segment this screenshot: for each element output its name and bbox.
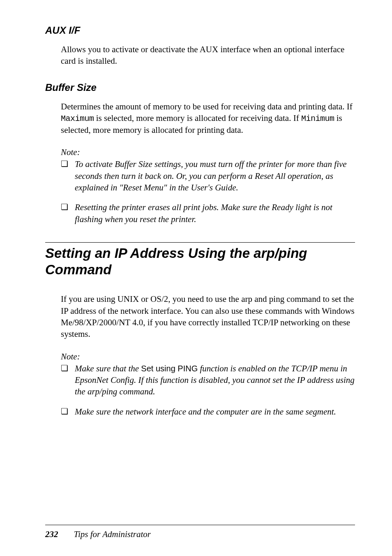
bullet-icon: ❏ xyxy=(61,406,68,417)
arp-note-1: Make sure that the Set using PING functi… xyxy=(75,363,355,398)
bullet-icon: ❏ xyxy=(61,202,68,225)
arp-ping-body: If you are using UNIX or OS/2, you need … xyxy=(61,293,355,340)
section-divider xyxy=(45,242,355,243)
arp-note-label: Note: xyxy=(61,352,355,362)
arp-note-1-sans: Set using PING xyxy=(141,364,198,373)
arp-note-item-2: ❏ Make sure the network interface and th… xyxy=(61,406,355,417)
buffer-note-1: To activate Buffer Size settings, you mu… xyxy=(75,158,355,193)
buffer-note-label: Note: xyxy=(61,147,355,158)
footer-title: Tips for Administrator xyxy=(74,529,151,540)
bullet-icon: ❏ xyxy=(61,158,68,193)
arp-note-1-pre: Make sure that the xyxy=(75,364,141,373)
buffer-body: Determines the amount of memory to be us… xyxy=(61,101,355,136)
buffer-heading: Buffer Size xyxy=(45,82,355,93)
aux-heading: AUX I/F xyxy=(45,25,355,36)
buffer-mono2: Minimum xyxy=(301,114,334,123)
arp-note-2: Make sure the network interface and the … xyxy=(75,406,336,417)
arp-note-item-1: ❏ Make sure that the Set using PING func… xyxy=(61,363,355,398)
buffer-note-2: Resetting the printer erases all print j… xyxy=(75,202,355,225)
buffer-body-mid1: is selected, more memory is allocated fo… xyxy=(94,113,301,123)
buffer-note-item-1: ❏ To activate Buffer Size settings, you … xyxy=(61,158,355,193)
bullet-icon: ❏ xyxy=(61,363,68,398)
buffer-note-item-2: ❏ Resetting the printer erases all print… xyxy=(61,202,355,225)
buffer-body-pre1: Determines the amount of memory to be us… xyxy=(61,102,353,111)
aux-body: Allows you to activate or deactivate the… xyxy=(61,44,355,67)
page-footer: 232 Tips for Administrator xyxy=(45,525,355,540)
arp-ping-heading: Setting an IP Address Using the arp/ping… xyxy=(45,245,355,278)
buffer-mono1: Maximum xyxy=(61,114,94,123)
page-number: 232 xyxy=(45,529,58,540)
